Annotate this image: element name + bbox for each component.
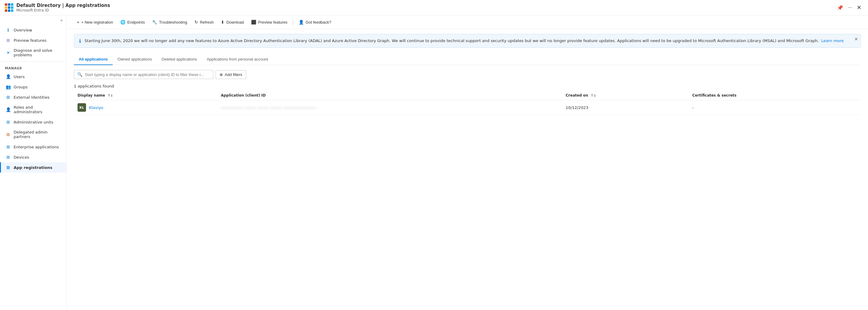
delegated-admin-icon: ⊞ xyxy=(6,132,10,137)
banner-learn-more-link[interactable]: Learn more xyxy=(822,38,844,43)
table-header: Display name ↑↓ Application (client) ID … xyxy=(74,91,861,100)
sidebar-collapse-button[interactable]: « xyxy=(0,16,66,25)
feedback-icon: 👤 xyxy=(299,20,304,25)
sidebar-item-label: Overview xyxy=(13,28,32,32)
sidebar-item-label: Enterprise applications xyxy=(13,145,59,149)
devices-icon: ⊞ xyxy=(6,155,10,159)
preview-features-icon: ⬛ xyxy=(251,20,256,25)
groups-icon: 👥 xyxy=(6,85,10,89)
applications-table: Display name ↑↓ Application (client) ID … xyxy=(74,91,861,115)
endpoints-button[interactable]: 🌐 Endpoints xyxy=(117,18,148,26)
tab-deleted-applications[interactable]: Deleted applications xyxy=(157,54,202,65)
endpoints-icon: 🌐 xyxy=(120,20,125,25)
sidebar-item-label: Devices xyxy=(13,155,29,159)
sidebar-item-label: Diagnose and solve problems xyxy=(13,48,61,57)
app-registrations-icon: ⊞ xyxy=(6,165,10,170)
app-link[interactable]: Klaviyo xyxy=(89,105,103,110)
pin-button[interactable]: 📌 xyxy=(835,3,845,12)
tab-owned-applications[interactable]: Owned applications xyxy=(113,54,157,65)
search-box: 🔍 xyxy=(74,70,213,79)
search-icon: 🔍 xyxy=(77,72,82,77)
close-button[interactable]: ✕ xyxy=(855,2,863,13)
created-on-cell: 10/12/2023 xyxy=(562,100,689,115)
sidebar-item-app-registrations[interactable]: ⊞ App registrations xyxy=(0,162,66,173)
sidebar-item-devices[interactable]: ⊞ Devices xyxy=(0,152,66,162)
add-filters-label: Add filters xyxy=(225,72,242,77)
sidebar-item-preview-features[interactable]: ⊞ Preview features xyxy=(0,35,66,45)
tab-personal-account[interactable]: Applications from personal account xyxy=(202,54,273,65)
col-client-id: Application (client) ID xyxy=(217,91,562,100)
search-input[interactable] xyxy=(85,72,210,77)
page-title: Default Directory | App registrations xyxy=(17,3,110,8)
got-feedback-label: Got feedback? xyxy=(306,20,331,25)
page-subtitle: Microsoft Entra ID xyxy=(17,8,110,12)
sidebar-item-label: Administrative units xyxy=(13,120,53,124)
troubleshooting-label: Troubleshooting xyxy=(159,20,187,25)
sidebar-item-label: External Identities xyxy=(13,95,50,100)
page-content: ℹ Starting June 30th, 2020 we will no lo… xyxy=(67,29,868,310)
sidebar-item-roles-administrators[interactable]: 👤 Roles and administrators xyxy=(0,102,66,117)
enterprise-apps-icon: ⊞ xyxy=(6,145,10,149)
sidebar-item-label: Delegated admin partners xyxy=(13,130,61,139)
roles-icon: 👤 xyxy=(6,107,10,112)
sort-icon: ↑↓ xyxy=(591,94,596,97)
sidebar-divider xyxy=(0,61,66,61)
main-layout: « ℹ Overview ⊞ Preview features ✕ Diagno… xyxy=(0,16,868,310)
waffle-icon[interactable] xyxy=(5,3,13,12)
banner-close-button[interactable]: ✕ xyxy=(855,37,858,41)
tab-all-applications[interactable]: All applications xyxy=(74,54,113,65)
users-icon: 👤 xyxy=(6,74,10,79)
preview-features-icon: ⊞ xyxy=(6,38,10,43)
avatar: KL xyxy=(78,103,86,112)
refresh-button[interactable]: ↻ Refresh xyxy=(191,18,217,26)
col-display-name[interactable]: Display name ↑↓ xyxy=(74,91,217,100)
preview-features-button[interactable]: ⬛ Preview features xyxy=(248,18,290,26)
col-created-on[interactable]: Created on ↑↓ xyxy=(562,91,689,100)
diagnose-icon: ✕ xyxy=(6,50,10,55)
app-name-cell: KL Klaviyo xyxy=(74,100,217,115)
sidebar-item-overview[interactable]: ℹ Overview xyxy=(0,25,66,35)
new-registration-button[interactable]: + + New registration xyxy=(74,18,116,26)
client-id-value: xxxxxxxx-xxxx-xxxx-xxxx-xxxxxxxxxxxx xyxy=(221,106,317,110)
new-registration-label: + New registration xyxy=(81,20,113,25)
sidebar-item-label: App registrations xyxy=(13,165,52,170)
sidebar-item-diagnose[interactable]: ✕ Diagnose and solve problems xyxy=(0,45,66,60)
sidebar-item-administrative-units[interactable]: ⊞ Administrative units xyxy=(0,117,66,127)
admin-units-icon: ⊞ xyxy=(6,120,10,124)
sidebar: « ℹ Overview ⊞ Preview features ✕ Diagno… xyxy=(0,16,67,310)
download-label: Download xyxy=(226,20,244,25)
sidebar-item-label: Groups xyxy=(13,85,28,89)
search-row: 🔍 ⊕ Add filters xyxy=(74,70,861,79)
download-icon: ⬇ xyxy=(221,20,224,25)
certs-secrets-cell: - xyxy=(689,100,861,115)
overview-icon: ℹ xyxy=(6,28,10,32)
more-button[interactable]: ··· xyxy=(846,3,854,12)
manage-section-label: Manage xyxy=(0,63,66,71)
download-button[interactable]: ⬇ Download xyxy=(218,18,247,26)
add-filters-icon: ⊕ xyxy=(220,72,223,77)
table-row: KL Klaviyo xxxxxxxx-xxxx-xxxx-xxxx-xxxxx… xyxy=(74,100,861,115)
sidebar-item-delegated-admin[interactable]: ⊞ Delegated admin partners xyxy=(0,127,66,142)
sort-icon: ↑↓ xyxy=(107,94,113,97)
sidebar-item-enterprise-applications[interactable]: ⊞ Enterprise applications xyxy=(0,142,66,152)
external-identities-icon: ⊞ xyxy=(6,95,10,100)
top-bar-actions: 📌 ··· ✕ xyxy=(835,2,863,13)
sidebar-item-groups[interactable]: 👥 Groups xyxy=(0,82,66,92)
table-body: KL Klaviyo xxxxxxxx-xxxx-xxxx-xxxx-xxxxx… xyxy=(74,100,861,115)
new-registration-icon: + xyxy=(77,20,79,25)
add-filters-button[interactable]: ⊕ Add filters xyxy=(216,70,246,79)
sidebar-item-label: Roles and administrators xyxy=(13,105,61,114)
top-bar: Default Directory | App registrations Mi… xyxy=(0,0,868,16)
got-feedback-button[interactable]: 👤 Got feedback? xyxy=(296,18,334,26)
results-count: 1 applications found xyxy=(74,84,861,88)
sidebar-item-external-identities[interactable]: ⊞ External Identities xyxy=(0,92,66,102)
toolbar-divider xyxy=(293,19,293,25)
sidebar-item-label: Users xyxy=(13,74,25,79)
content-area: + + New registration 🌐 Endpoints 🔧 Troub… xyxy=(67,16,868,310)
tabs-container: All applications Owned applications Dele… xyxy=(74,54,861,65)
banner-text: Starting June 30th, 2020 we will no long… xyxy=(85,38,856,44)
preview-features-label: Preview features xyxy=(258,20,287,25)
troubleshooting-button[interactable]: 🔧 Troubleshooting xyxy=(149,18,190,26)
sidebar-item-label: Preview features xyxy=(13,38,46,43)
sidebar-item-users[interactable]: 👤 Users xyxy=(0,71,66,82)
